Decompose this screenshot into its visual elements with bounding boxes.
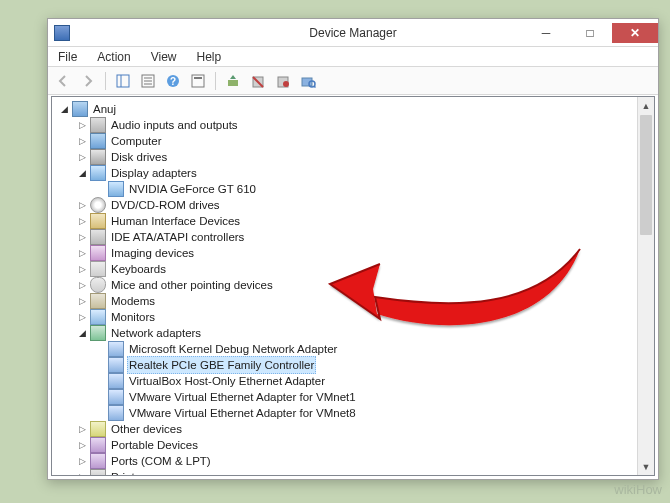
content-area: ◢Anuj▷Audio inputs and outputs▷Computer▷… (51, 96, 655, 476)
forward-button[interactable] (77, 70, 99, 92)
tree-category[interactable]: ▷Other devices (56, 421, 637, 437)
tree-category[interactable]: ▷Audio inputs and outputs (56, 117, 637, 133)
expand-icon[interactable]: ▷ (76, 247, 88, 259)
device-icon (90, 149, 106, 165)
expand-icon[interactable]: ▷ (76, 423, 88, 435)
expand-icon[interactable]: ▷ (76, 455, 88, 467)
tree-item-label: Computer (109, 133, 164, 149)
device-icon (108, 389, 124, 405)
back-button[interactable] (52, 70, 74, 92)
tree-category[interactable]: ▷Human Interface Devices (56, 213, 637, 229)
tree-category[interactable]: ▷Computer (56, 133, 637, 149)
scroll-up-button[interactable]: ▲ (638, 97, 654, 114)
tree-category[interactable]: ◢Network adapters (56, 325, 637, 341)
twisty-spacer (94, 183, 106, 195)
expand-icon[interactable]: ▷ (76, 279, 88, 291)
expand-icon[interactable]: ▷ (76, 263, 88, 275)
tree-category[interactable]: ▷DVD/CD-ROM drives (56, 197, 637, 213)
scan-hardware-button[interactable] (297, 70, 319, 92)
device-icon (72, 101, 88, 117)
tree-item-label: Mice and other pointing devices (109, 277, 275, 293)
tree-category[interactable]: ◢Display adapters (56, 165, 637, 181)
svg-rect-9 (194, 77, 202, 79)
tree-category[interactable]: ▷Mice and other pointing devices (56, 277, 637, 293)
tree-category[interactable]: ▷Disk drives (56, 149, 637, 165)
tree-device[interactable]: Microsoft Kernel Debug Network Adapter (56, 341, 637, 357)
tree-category[interactable]: ▷Imaging devices (56, 245, 637, 261)
toolbar: ? (48, 67, 658, 95)
tree-item-label: DVD/CD-ROM drives (109, 197, 222, 213)
device-icon (90, 469, 106, 475)
device-icon (90, 165, 106, 181)
system-icon (54, 25, 70, 41)
menu-view[interactable]: View (147, 49, 181, 65)
device-icon (90, 133, 106, 149)
twisty-spacer (94, 375, 106, 387)
expand-icon[interactable]: ▷ (76, 135, 88, 147)
device-icon (108, 341, 124, 357)
close-button[interactable]: ✕ (612, 23, 658, 43)
scroll-thumb[interactable] (640, 115, 652, 235)
disable-button[interactable] (272, 70, 294, 92)
expand-icon[interactable]: ▷ (76, 311, 88, 323)
device-icon (108, 357, 124, 373)
action-menu-button[interactable] (187, 70, 209, 92)
menu-action[interactable]: Action (93, 49, 134, 65)
titlebar[interactable]: Device Manager ─ □ ✕ (48, 19, 658, 47)
vertical-scrollbar[interactable]: ▲ ▼ (637, 97, 654, 475)
tree-root[interactable]: ◢Anuj (56, 101, 637, 117)
tree-device[interactable]: VMware Virtual Ethernet Adapter for VMne… (56, 389, 637, 405)
expand-icon[interactable]: ▷ (76, 199, 88, 211)
tree-item-label: Keyboards (109, 261, 168, 277)
minimize-button[interactable]: ─ (524, 23, 568, 43)
collapse-icon[interactable]: ◢ (58, 103, 70, 115)
menu-help[interactable]: Help (193, 49, 226, 65)
svg-rect-8 (192, 75, 204, 87)
maximize-button[interactable]: □ (568, 23, 612, 43)
help-button[interactable]: ? (162, 70, 184, 92)
tree-item-label: VMware Virtual Ethernet Adapter for VMne… (127, 389, 358, 405)
tree-item-label: VMware Virtual Ethernet Adapter for VMne… (127, 405, 358, 421)
tree-category[interactable]: ▷Ports (COM & LPT) (56, 453, 637, 469)
tree-category[interactable]: ▷Print queues (56, 469, 637, 475)
twisty-spacer (94, 391, 106, 403)
menu-file[interactable]: File (54, 49, 81, 65)
tree-device[interactable]: VirtualBox Host-Only Ethernet Adapter (56, 373, 637, 389)
tree-category[interactable]: ▷Portable Devices (56, 437, 637, 453)
watermark: wikiHow (614, 482, 662, 497)
expand-icon[interactable]: ▷ (76, 119, 88, 131)
device-icon (90, 117, 106, 133)
tree-item-label: VirtualBox Host-Only Ethernet Adapter (127, 373, 327, 389)
device-icon (90, 421, 106, 437)
window-buttons: ─ □ ✕ (524, 23, 658, 43)
scroll-down-button[interactable]: ▼ (638, 458, 654, 475)
tree-item-label: Microsoft Kernel Debug Network Adapter (127, 341, 339, 357)
expand-icon[interactable]: ▷ (76, 231, 88, 243)
tree-category[interactable]: ▷Modems (56, 293, 637, 309)
expand-icon[interactable]: ▷ (76, 471, 88, 475)
tree-category[interactable]: ▷IDE ATA/ATAPI controllers (56, 229, 637, 245)
tree-category[interactable]: ▷Keyboards (56, 261, 637, 277)
expand-icon[interactable]: ▷ (76, 151, 88, 163)
collapse-icon[interactable]: ◢ (76, 327, 88, 339)
twisty-spacer (94, 343, 106, 355)
tree-item-label: Anuj (91, 101, 118, 117)
tree-item-label: NVIDIA GeForce GT 610 (127, 181, 258, 197)
expand-icon[interactable]: ▷ (76, 439, 88, 451)
tree-device[interactable]: NVIDIA GeForce GT 610 (56, 181, 637, 197)
expand-icon[interactable]: ▷ (76, 295, 88, 307)
properties-button[interactable] (137, 70, 159, 92)
expand-icon[interactable]: ▷ (76, 215, 88, 227)
update-driver-button[interactable] (222, 70, 244, 92)
show-hide-tree-button[interactable] (112, 70, 134, 92)
menubar: File Action View Help (48, 47, 658, 67)
device-tree[interactable]: ◢Anuj▷Audio inputs and outputs▷Computer▷… (52, 97, 637, 475)
tree-device[interactable]: Realtek PCIe GBE Family Controller (56, 357, 637, 373)
tree-category[interactable]: ▷Monitors (56, 309, 637, 325)
svg-rect-10 (228, 80, 238, 86)
toolbar-separator (215, 72, 216, 90)
device-manager-window: Device Manager ─ □ ✕ File Action View He… (47, 18, 659, 480)
collapse-icon[interactable]: ◢ (76, 167, 88, 179)
tree-device[interactable]: VMware Virtual Ethernet Adapter for VMne… (56, 405, 637, 421)
uninstall-button[interactable] (247, 70, 269, 92)
